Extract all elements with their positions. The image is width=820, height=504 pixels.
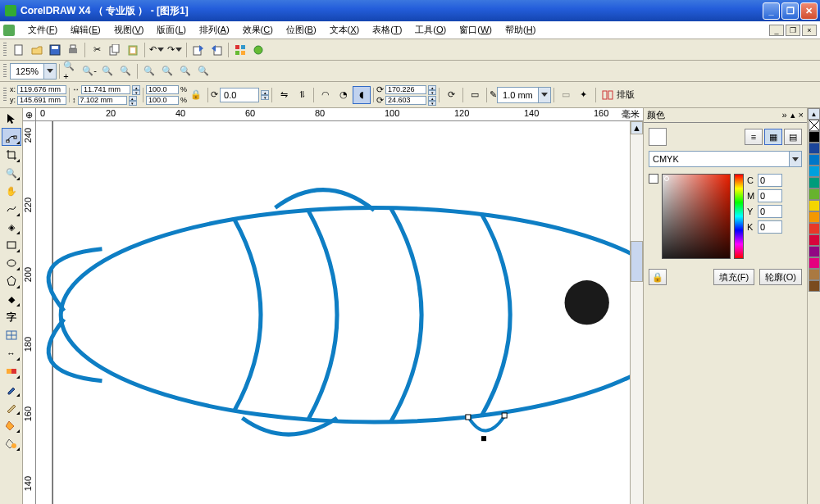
height-input[interactable] (78, 96, 127, 105)
menu-bitmaps[interactable]: 位图(B) (280, 21, 323, 39)
current-color-swatch[interactable] (649, 128, 667, 146)
palette-swatch[interactable] (809, 257, 820, 269)
c-input[interactable] (758, 174, 782, 187)
zoom-in-button[interactable]: 🔍+ (62, 62, 80, 80)
docker-expand-button[interactable]: » (781, 110, 786, 120)
scale-y-input[interactable] (146, 96, 179, 105)
shape-tool[interactable] (2, 128, 21, 146)
redo-button[interactable]: ↷ (166, 41, 184, 59)
mirror-v-button[interactable]: ⥮ (293, 86, 311, 104)
to-front-button[interactable]: ▭ (466, 86, 484, 104)
open-button[interactable] (28, 41, 46, 59)
pos-y-input[interactable] (17, 96, 66, 105)
docker-collapse-button[interactable]: ▴ (790, 110, 795, 120)
arc-closed-button[interactable]: ◖ (353, 86, 371, 104)
end-angle-input[interactable] (385, 96, 426, 105)
palette-swatch[interactable] (809, 211, 820, 223)
menu-tools[interactable]: 工具(O) (408, 21, 453, 39)
pick-tool[interactable] (2, 110, 21, 128)
docker-close-button[interactable]: × (799, 110, 804, 120)
y-input[interactable] (758, 205, 782, 218)
mdi-minimize-button[interactable]: _ (769, 25, 784, 36)
hue-slider[interactable] (734, 174, 744, 259)
palette-swatch[interactable] (809, 280, 820, 292)
palettes-view-button[interactable]: ▤ (784, 129, 802, 145)
zoom-11-button[interactable]: 🔍 (98, 62, 116, 80)
menu-effects[interactable]: 效果(C) (236, 21, 280, 39)
k-input[interactable] (758, 220, 782, 234)
palette-swatch[interactable] (809, 269, 820, 280)
copy-button[interactable] (106, 41, 124, 59)
vertical-ruler[interactable]: 240 220 200 180 160 140 (23, 121, 36, 504)
zoom-out-button[interactable]: 🔍- (80, 62, 98, 80)
scale-x-input[interactable] (146, 85, 179, 94)
interactive-fill-tool[interactable] (2, 434, 21, 452)
menu-arrange[interactable]: 排列(A) (193, 21, 236, 39)
mirror-h-button[interactable]: ⇋ (275, 86, 293, 104)
canvas[interactable] (36, 121, 630, 504)
interactive-tool[interactable] (2, 362, 21, 380)
sliders-view-button[interactable]: ≡ (745, 129, 763, 145)
eyedropper-tool[interactable] (2, 380, 21, 398)
undo-button[interactable]: ↶ (148, 41, 166, 59)
menu-text[interactable]: 文本(X) (323, 21, 367, 39)
zoom-width-button[interactable]: 🔍 (176, 62, 194, 80)
polygon-tool[interactable] (2, 272, 21, 290)
table-tool[interactable] (2, 326, 21, 344)
palette-swatch[interactable] (809, 223, 820, 234)
welcome-button[interactable] (249, 41, 267, 59)
start-angle-input[interactable] (385, 85, 426, 94)
layout-icon[interactable] (599, 86, 617, 104)
pos-x-input[interactable] (17, 85, 66, 94)
palette-swatch[interactable] (809, 131, 820, 143)
fill-button[interactable]: 填充(F) (713, 269, 754, 285)
menu-view[interactable]: 视图(V) (107, 21, 151, 39)
vertical-scrollbar[interactable]: ▲ ▼ (630, 121, 643, 504)
menu-edit[interactable]: 编辑(E) (64, 21, 107, 39)
app-menu-icon[interactable] (3, 25, 15, 36)
app-launcher-button[interactable] (231, 41, 249, 59)
palette-swatch[interactable] (809, 166, 820, 177)
dimension-tool[interactable]: ↔ (2, 344, 21, 362)
fill-tool[interactable] (2, 416, 21, 434)
crop-tool[interactable] (2, 146, 21, 164)
maximize-button[interactable]: ❐ (781, 2, 799, 20)
export-button[interactable] (207, 41, 226, 59)
pan-tool[interactable]: ✋ (2, 182, 21, 200)
rotation-input[interactable] (220, 88, 259, 102)
m-input[interactable] (758, 189, 782, 202)
save-button[interactable] (46, 41, 64, 59)
palette-swatch[interactable] (809, 234, 820, 246)
color-field[interactable] (662, 174, 731, 259)
outline-button[interactable]: 轮廓(O) (759, 269, 802, 285)
zoom-tool[interactable]: 🔍 (2, 164, 21, 182)
print-button[interactable] (64, 41, 82, 59)
palette-swatch[interactable] (809, 143, 820, 154)
palette-swatch[interactable] (809, 177, 820, 188)
palette-up-button[interactable]: ▲ (808, 108, 820, 120)
zoom-page-button[interactable]: 🔍 (158, 62, 176, 80)
freehand-tool[interactable] (2, 200, 21, 218)
zoom-height-button[interactable]: 🔍 (194, 62, 212, 80)
text-tool[interactable]: 字 (2, 308, 21, 326)
cut-button[interactable]: ✂ (88, 41, 106, 59)
menu-file[interactable]: 文件(F) (21, 21, 64, 39)
import-button[interactable] (189, 41, 207, 59)
convert-curves-button[interactable]: ✦ (575, 86, 593, 104)
rectangle-tool[interactable] (2, 236, 21, 254)
close-button[interactable]: ✕ (800, 2, 818, 20)
palette-swatch[interactable] (809, 246, 820, 257)
zoom-combo[interactable]: 125% (10, 63, 57, 79)
menu-layout[interactable]: 版面(L) (150, 21, 192, 39)
basic-shapes-tool[interactable]: ◆ (2, 290, 21, 308)
horizontal-ruler[interactable]: ⊕ 0 20 40 60 80 100 120 140 160 毫米 (23, 108, 643, 121)
ellipse-tool[interactable] (2, 254, 21, 272)
lock-ratio-button[interactable]: 🔒 (187, 86, 205, 104)
fish-drawing[interactable] (36, 121, 630, 504)
arc-button[interactable]: ◠ (317, 86, 335, 104)
lock-color-button[interactable]: 🔒 (649, 269, 667, 285)
zoom-selection-button[interactable]: 🔍 (116, 62, 134, 80)
menu-table[interactable]: 表格(T) (366, 21, 408, 39)
palette-swatch[interactable] (809, 188, 820, 200)
mdi-restore-button[interactable]: ❐ (786, 25, 800, 36)
